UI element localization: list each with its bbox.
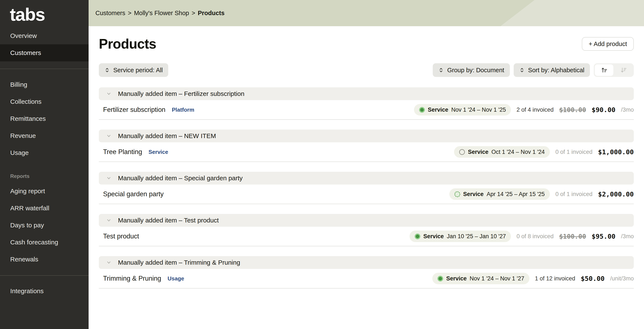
sort-ascending-button[interactable] <box>595 64 613 76</box>
group-header[interactable]: Manually added item – Trimming & Pruning <box>99 256 634 269</box>
page-header: Products + Add product <box>99 36 634 52</box>
chevron-down-icon <box>106 260 112 265</box>
product-cell: Tree Planting Service <box>103 148 168 156</box>
group-header[interactable]: Manually added item – Fertilizer subscri… <box>99 87 634 100</box>
product-name: Test product <box>103 232 139 240</box>
status-filled-circle-icon <box>419 107 425 113</box>
sort-ascending-icon <box>600 67 608 74</box>
chevron-down-icon <box>106 218 112 223</box>
sort-by-label: Sort by: Alphabetical <box>528 67 584 74</box>
price-interval: /unit/3mo <box>610 275 634 282</box>
price-interval: /3mo <box>621 233 634 240</box>
service-status-badge: Service Oct 1 '24 – Nov 1 '24 <box>454 146 550 158</box>
filter-right-cluster: Group by: Document Sort by: Alphabetical <box>433 63 634 77</box>
sidebar-item-days-to-pay[interactable]: Days to pay <box>0 217 88 234</box>
invoiced-count: 1 of 12 invoiced <box>535 275 575 282</box>
sidebar: tabs Overview Customers Billing Collecti… <box>0 0 88 329</box>
sidebar-item-revenue[interactable]: Revenue <box>0 127 88 144</box>
reports-section-label: Reports <box>0 173 88 179</box>
sidebar-item-collections[interactable]: Collections <box>0 93 88 110</box>
sidebar-item-aging-report[interactable]: Aging report <box>0 183 88 200</box>
original-price: $100.00 <box>559 233 586 240</box>
sidebar-item-overview[interactable]: Overview <box>0 27 88 44</box>
group-by-filter[interactable]: Group by: Document <box>433 63 510 77</box>
badge-period: Oct 1 '24 – Nov 1 '24 <box>491 149 544 155</box>
badge-label: Service <box>468 149 488 155</box>
app-logo[interactable]: tabs <box>10 5 88 24</box>
group-section: Manually added item – NEW ITEM Tree Plan… <box>99 130 634 162</box>
product-name: Special garden party <box>103 190 164 198</box>
product-row[interactable]: Test product Service Jan 10 '25 – Jan 10… <box>99 227 634 246</box>
add-product-button[interactable]: + Add product <box>582 37 634 51</box>
group-title: Manually added item – Test product <box>118 217 219 224</box>
product-type-tag: Usage <box>168 275 184 282</box>
main-area: Customers > Molly's Flower Shop > Produc… <box>88 0 644 329</box>
group-title: Manually added item – Fertilizer subscri… <box>118 90 244 97</box>
product-cell: Test product <box>103 232 139 240</box>
breadcrumb: Customers > Molly's Flower Shop > Produc… <box>96 10 224 17</box>
product-type-tag: Service <box>148 149 168 155</box>
sidebar-divider <box>0 275 88 276</box>
group-section: Manually added item – Fertilizer subscri… <box>99 87 634 120</box>
unfold-more-icon <box>438 67 444 73</box>
invoiced-count: 0 of 8 invoiced <box>516 233 554 240</box>
badge-label: Service <box>463 191 484 198</box>
content: Products + Add product Service period: A… <box>88 26 644 288</box>
group-title: Manually added item – Trimming & Pruning <box>118 259 240 266</box>
group-header[interactable]: Manually added item – NEW ITEM <box>99 130 634 142</box>
status-filled-circle-icon <box>415 233 420 239</box>
product-row[interactable]: Fertilizer subscription Platform Service… <box>99 100 634 120</box>
product-row[interactable]: Special garden party Service Apr 14 '25 … <box>99 185 634 204</box>
badge-label: Service <box>428 107 448 113</box>
group-by-label: Group by: Document <box>447 67 504 74</box>
sidebar-nav: Overview Customers Billing Collections R… <box>0 27 88 299</box>
product-row[interactable]: Trimming & Pruning Usage Service Nov 1 '… <box>99 269 634 288</box>
badge-period: Jan 10 '25 – Jan 10 '27 <box>447 233 506 240</box>
service-status-badge: Service Nov 1 '24 – Nov 1 '27 <box>432 273 530 284</box>
group-header[interactable]: Manually added item – Test product <box>99 214 634 227</box>
sidebar-item-usage[interactable]: Usage <box>0 144 88 161</box>
service-period-filter[interactable]: Service period: All <box>99 63 168 77</box>
chevron-down-icon <box>106 175 112 181</box>
unfold-more-icon <box>104 67 110 73</box>
product-row[interactable]: Tree Planting Service Service Oct 1 '24 … <box>99 142 634 162</box>
sidebar-item-cash-forecasting[interactable]: Cash forecasting <box>0 234 88 251</box>
product-cell: Special garden party <box>103 190 164 198</box>
service-status-badge: Service Jan 10 '25 – Jan 10 '27 <box>410 231 511 242</box>
product-cell: Trimming & Pruning Usage <box>103 275 184 282</box>
sort-descending-button[interactable] <box>614 64 633 76</box>
sidebar-item-renewals[interactable]: Renewals <box>0 251 88 268</box>
group-title: Manually added item – Special garden par… <box>118 175 242 182</box>
breadcrumb-link-customers[interactable]: Customers <box>96 10 125 17</box>
product-cell: Fertilizer subscription Platform <box>103 106 194 114</box>
row-details: Service Oct 1 '24 – Nov 1 '24 0 of 1 inv… <box>454 146 634 158</box>
badge-label: Service <box>446 275 466 282</box>
group-header[interactable]: Manually added item – Special garden par… <box>99 172 634 185</box>
sidebar-item-remittances[interactable]: Remittances <box>0 110 88 127</box>
breadcrumb-current: Products <box>198 10 225 17</box>
sidebar-item-customers[interactable]: Customers <box>0 44 88 61</box>
original-price: $100.00 <box>559 106 586 114</box>
service-status-badge: Service Nov 1 '24 – Nov 1 '25 <box>414 104 511 116</box>
breadcrumb-separator: > <box>192 10 195 17</box>
topbar: Customers > Molly's Flower Shop > Produc… <box>88 0 644 26</box>
sidebar-item-billing[interactable]: Billing <box>0 76 88 93</box>
breadcrumb-link-customer[interactable]: Molly's Flower Shop <box>134 10 189 17</box>
filter-row: Service period: All Group by: Document S… <box>99 63 634 77</box>
row-details: Service Nov 1 '24 – Nov 1 '27 1 of 12 in… <box>432 273 634 284</box>
current-price: $50.00 <box>581 275 604 282</box>
chevron-down-icon <box>106 91 112 97</box>
row-details: Service Apr 14 '25 – Apr 15 '25 0 of 1 i… <box>449 188 634 200</box>
sort-by-filter[interactable]: Sort by: Alphabetical <box>514 63 590 77</box>
badge-period: Nov 1 '24 – Nov 1 '25 <box>451 107 506 113</box>
sort-direction-toggle <box>594 63 634 77</box>
group-title: Manually added item – NEW ITEM <box>118 132 216 140</box>
badge-period: Apr 14 '25 – Apr 15 '25 <box>486 191 545 198</box>
product-name: Fertilizer subscription <box>103 106 166 114</box>
unfold-more-icon <box>519 67 525 73</box>
current-price: $1,000.00 <box>598 148 634 156</box>
invoiced-count: 0 of 1 invoiced <box>556 149 592 155</box>
status-outline-circle-icon <box>459 149 465 155</box>
sidebar-item-arr-waterfall[interactable]: ARR waterfall <box>0 200 88 217</box>
sidebar-item-integrations[interactable]: Integrations <box>0 282 88 299</box>
